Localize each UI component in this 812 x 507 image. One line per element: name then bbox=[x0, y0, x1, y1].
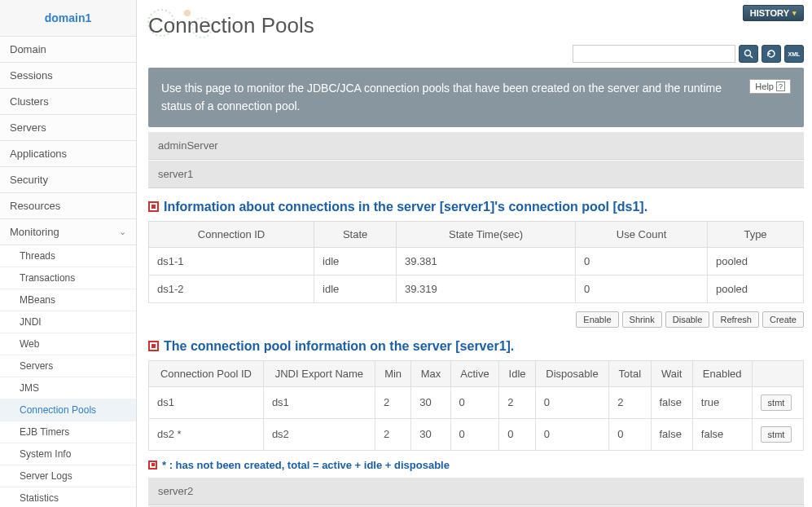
sub-ejb-timers[interactable]: EJB Timers bbox=[0, 421, 136, 443]
server-row-server1[interactable]: server1 bbox=[148, 160, 804, 188]
refresh-button[interactable] bbox=[762, 45, 781, 63]
xml-button[interactable]: XML bbox=[784, 45, 804, 63]
page-title-text: Connection Pools bbox=[148, 13, 314, 37]
pool-info-table: Connection Pool ID JNDI Export Name Min … bbox=[148, 360, 804, 451]
col-idle: Idle bbox=[499, 360, 535, 386]
svg-line-4 bbox=[750, 55, 753, 58]
sub-statistics[interactable]: Statistics bbox=[0, 487, 136, 507]
col-conn-id: Connection ID bbox=[149, 221, 314, 247]
cell: 0 bbox=[535, 386, 608, 418]
cell: false bbox=[692, 418, 752, 450]
col-max: Max bbox=[411, 360, 450, 386]
svg-point-3 bbox=[745, 51, 751, 56]
shrink-button[interactable]: Shrink bbox=[622, 311, 662, 328]
section-icon bbox=[148, 201, 159, 212]
section2-title: The connection pool information on the s… bbox=[148, 339, 804, 354]
search-input[interactable] bbox=[573, 45, 735, 63]
cell: ds1-1 bbox=[149, 247, 314, 275]
sub-server-logs[interactable]: Server Logs bbox=[0, 465, 136, 487]
help-icon: ? bbox=[776, 82, 785, 91]
action-buttons: Enable Shrink Disable Refresh Create bbox=[148, 311, 804, 328]
col-pool-id: Connection Pool ID bbox=[149, 360, 264, 386]
sub-mbeans[interactable]: MBeans bbox=[0, 289, 136, 311]
cell: ds2 * bbox=[149, 418, 264, 450]
cell: 2 bbox=[375, 418, 410, 450]
sub-connection-pools[interactable]: Connection Pools bbox=[0, 399, 136, 421]
col-type: Type bbox=[708, 221, 804, 247]
sub-jndi[interactable]: JNDI bbox=[0, 311, 136, 333]
cell: 0 bbox=[450, 418, 499, 450]
cell: 0 bbox=[450, 386, 499, 418]
cell: pooled bbox=[708, 247, 804, 275]
table-row[interactable]: ds1-1 idle 39.381 0 pooled bbox=[149, 247, 804, 275]
main-content: HISTORY ▾ Connection Pools XML bbox=[137, 0, 812, 507]
cell: 0 bbox=[576, 247, 708, 275]
cell: true bbox=[692, 386, 752, 418]
info-banner: Use this page to monitor the JDBC/JCA co… bbox=[148, 68, 804, 127]
nav-clusters[interactable]: Clusters bbox=[0, 89, 136, 115]
banner-text: Use this page to monitor the JDBC/JCA co… bbox=[161, 79, 749, 116]
table-row[interactable]: ds2 * ds2 2 30 0 0 0 0 false false stmt bbox=[149, 418, 804, 450]
cell: 0 bbox=[499, 418, 535, 450]
sub-threads[interactable]: Threads bbox=[0, 245, 136, 267]
col-enabled: Enabled bbox=[692, 360, 752, 386]
cell: 30 bbox=[411, 386, 450, 418]
cell: stmt bbox=[752, 418, 803, 450]
cell: idle bbox=[314, 247, 397, 275]
section-icon bbox=[148, 341, 159, 351]
refresh-icon bbox=[766, 49, 776, 59]
sub-system-info[interactable]: System Info bbox=[0, 443, 136, 465]
domain-name[interactable]: domain1 bbox=[0, 0, 136, 37]
section2-title-text: The connection pool information on the s… bbox=[164, 339, 514, 354]
stmt-button[interactable]: stmt bbox=[761, 426, 792, 443]
cell: 0 bbox=[576, 275, 708, 302]
table-row[interactable]: ds1-2 idle 39.319 0 pooled bbox=[149, 275, 804, 302]
create-button[interactable]: Create bbox=[762, 311, 804, 328]
table-row[interactable]: ds1 ds1 2 30 0 2 0 2 false true stmt bbox=[149, 386, 804, 418]
col-action bbox=[752, 360, 803, 386]
col-jndi: JNDI Export Name bbox=[263, 360, 375, 386]
sub-servers[interactable]: Servers bbox=[0, 355, 136, 377]
server-row-admin[interactable]: adminServer bbox=[148, 132, 804, 160]
nav-servers[interactable]: Servers bbox=[0, 115, 136, 141]
sub-jms[interactable]: JMS bbox=[0, 377, 136, 399]
footnote: * : has not been created, total = active… bbox=[148, 459, 804, 471]
refresh-action-button[interactable]: Refresh bbox=[713, 311, 759, 328]
sub-web[interactable]: Web bbox=[0, 333, 136, 355]
nav-security[interactable]: Security bbox=[0, 167, 136, 193]
sidebar: domain1 Domain Sessions Clusters Servers… bbox=[0, 0, 137, 507]
search-button[interactable] bbox=[739, 45, 758, 63]
col-state: State bbox=[314, 221, 397, 247]
sub-transactions[interactable]: Transactions bbox=[0, 267, 136, 289]
cell: stmt bbox=[752, 386, 803, 418]
nav-resources[interactable]: Resources bbox=[0, 193, 136, 219]
chevron-down-icon: ⌄ bbox=[119, 227, 126, 237]
cell: 2 bbox=[609, 386, 651, 418]
enable-button[interactable]: Enable bbox=[576, 311, 618, 328]
help-button[interactable]: Help ? bbox=[749, 79, 791, 94]
section1-title-text: Information about connections in the ser… bbox=[164, 200, 647, 214]
nav-sessions[interactable]: Sessions bbox=[0, 63, 136, 89]
col-min: Min bbox=[375, 360, 410, 386]
cell: false bbox=[651, 418, 692, 450]
section1-title: Information about connections in the ser… bbox=[148, 200, 804, 214]
page-title: Connection Pools bbox=[148, 13, 804, 38]
disable-button[interactable]: Disable bbox=[665, 311, 710, 328]
col-active: Active bbox=[450, 360, 499, 386]
nav-monitoring[interactable]: Monitoring ⌄ bbox=[0, 219, 136, 245]
help-label: Help bbox=[755, 82, 774, 91]
cell: 2 bbox=[375, 386, 410, 418]
cell: ds1-2 bbox=[149, 275, 314, 302]
nav-applications[interactable]: Applications bbox=[0, 141, 136, 167]
cell: idle bbox=[314, 275, 397, 302]
stmt-button[interactable]: stmt bbox=[761, 395, 792, 411]
cell: ds1 bbox=[149, 386, 264, 418]
col-disposable: Disposable bbox=[535, 360, 608, 386]
cell: 39.381 bbox=[397, 247, 576, 275]
server-row-server2[interactable]: server2 bbox=[148, 478, 804, 505]
col-total: Total bbox=[609, 360, 651, 386]
cell: 0 bbox=[609, 418, 651, 450]
cell: false bbox=[651, 386, 692, 418]
col-use-count: Use Count bbox=[576, 221, 708, 247]
nav-domain[interactable]: Domain bbox=[0, 37, 136, 63]
